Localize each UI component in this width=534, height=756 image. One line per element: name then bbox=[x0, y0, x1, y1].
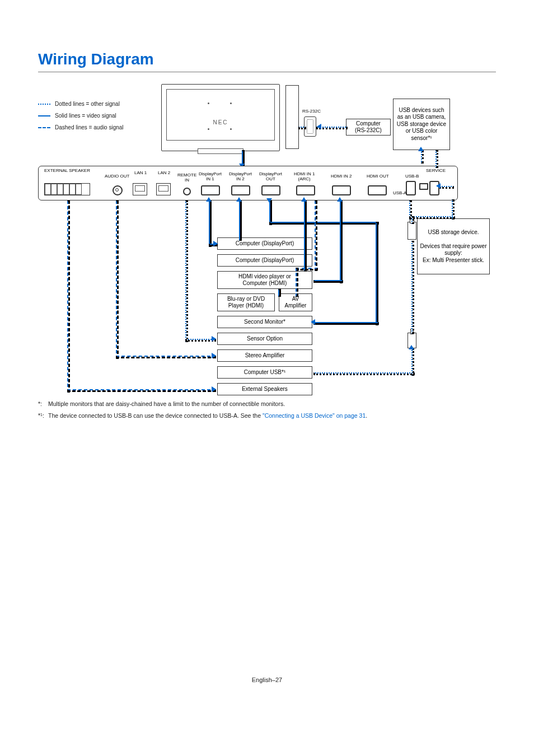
footnote-1: Multiple monitors that are daisy-chained… bbox=[48, 399, 285, 409]
line bbox=[239, 200, 242, 241]
computer-displayport-2-box: Computer (DisplayPort) bbox=[217, 254, 312, 267]
line bbox=[269, 222, 379, 225]
port-label-usb-a: USB-A bbox=[393, 191, 406, 196]
line bbox=[185, 200, 188, 342]
port-label-hdmi-in2: HDMI IN 2 bbox=[331, 174, 352, 179]
arrow bbox=[418, 147, 424, 151]
sensor-option-box: Sensor Option bbox=[217, 333, 312, 345]
page-title: Wiring Diagram bbox=[38, 50, 154, 68]
page-footer: English–27 bbox=[0, 676, 534, 683]
terminal-panel: EXTERNAL SPEAKER AUDIO OUT LAN 1 LAN 2 R… bbox=[38, 166, 458, 200]
port-label-hdmi-in1: HDMI IN 1 (ARC) bbox=[294, 172, 315, 182]
line bbox=[409, 216, 455, 219]
port-label-lan2: LAN 2 bbox=[158, 171, 170, 176]
arrow bbox=[212, 353, 216, 358]
arrow bbox=[337, 197, 343, 202]
arrow bbox=[301, 197, 307, 202]
footnote-2-text-b: . bbox=[366, 412, 367, 419]
monitor-logo: NEC bbox=[213, 119, 228, 125]
port-remote-in bbox=[183, 188, 191, 195]
second-monitor-box: Second Monitor* bbox=[217, 316, 312, 328]
port-audio-out bbox=[113, 185, 123, 195]
port-hdmi-in2 bbox=[332, 185, 351, 195]
legend-dashed: Dashed lines = audio signal bbox=[55, 124, 124, 130]
port-service bbox=[419, 183, 428, 190]
line bbox=[435, 150, 438, 168]
footnote-2: The device connected to USB-B can use th… bbox=[48, 411, 367, 421]
port-label-remote-in: REMOTE IN bbox=[177, 173, 196, 183]
footnote-2-text-a: The device connected to USB-B can use th… bbox=[48, 412, 263, 419]
line bbox=[439, 186, 454, 189]
port-lan1 bbox=[133, 183, 147, 195]
port-dp-in1 bbox=[201, 185, 220, 195]
line bbox=[313, 322, 379, 325]
arrow bbox=[212, 336, 216, 342]
line bbox=[304, 200, 307, 271]
footnote-mark-2: *1: bbox=[38, 411, 48, 421]
port-label-usb-b: USB-B bbox=[405, 174, 419, 179]
line bbox=[298, 127, 306, 129]
arrow bbox=[436, 183, 441, 189]
stereo-amplifier-box: Stereo Amplifier bbox=[217, 349, 312, 362]
port-dp-out bbox=[261, 185, 280, 195]
arrow bbox=[213, 241, 218, 246]
line bbox=[315, 200, 317, 271]
line bbox=[296, 268, 298, 297]
port-hdmi-in1 bbox=[296, 185, 315, 195]
port-lan2 bbox=[156, 183, 171, 195]
arrow bbox=[212, 386, 216, 392]
legend-swatch-dotted bbox=[38, 104, 50, 105]
legend: Dotted lines = other signal Solid lines … bbox=[38, 95, 150, 136]
line bbox=[67, 389, 216, 392]
port-label-dp-out: DisplayPort OUT bbox=[259, 172, 282, 182]
line bbox=[67, 200, 70, 393]
rs232c-port-label: RS-232C bbox=[302, 109, 321, 114]
line bbox=[452, 199, 455, 220]
computer-rs232c-box: Computer (RS-232C) bbox=[346, 119, 391, 136]
port-label-audio-out: AUDIO OUT bbox=[105, 174, 129, 179]
arrow bbox=[206, 197, 212, 202]
arrow bbox=[317, 124, 321, 129]
line bbox=[116, 200, 119, 359]
computer-usb-box: Computer USB*¹ bbox=[217, 366, 312, 379]
port-hdmi-out bbox=[368, 185, 387, 195]
port-label-lan1: LAN 1 bbox=[134, 171, 147, 176]
monitor-front-illustration: NEC bbox=[161, 84, 280, 151]
usb-storage-box: USB storage device. Devices that require… bbox=[417, 218, 490, 274]
line bbox=[116, 356, 216, 358]
legend-swatch-dashed bbox=[38, 127, 50, 128]
port-usb-b bbox=[406, 181, 416, 195]
footnote-2-link[interactable]: "Connecting a USB Device" on page 31 bbox=[263, 412, 366, 419]
line bbox=[411, 216, 414, 224]
computer-displayport-1-box: Computer (DisplayPort) bbox=[217, 237, 312, 250]
title-divider bbox=[38, 72, 496, 72]
line bbox=[296, 268, 318, 270]
legend-swatch-solid bbox=[38, 115, 50, 116]
legend-dotted: Dotted lines = other signal bbox=[55, 101, 120, 107]
bluray-dvd-player-box: Blu-ray or DVD Player (HDMI) bbox=[217, 293, 275, 311]
port-label-service: SERVICE bbox=[426, 169, 446, 174]
external-speakers-box: External Speakers bbox=[217, 383, 312, 395]
port-label-dp-in1: DisplayPort IN 1 bbox=[199, 172, 222, 182]
line bbox=[278, 289, 281, 297]
usb-stick-icon bbox=[407, 222, 416, 240]
line bbox=[411, 241, 414, 334]
arrow bbox=[236, 197, 242, 202]
port-dp-in2 bbox=[231, 185, 250, 195]
option-slot-illustration bbox=[285, 85, 299, 149]
line bbox=[411, 348, 414, 376]
legend-solid: Solid lines = video signal bbox=[55, 113, 116, 119]
line bbox=[340, 200, 343, 283]
footnote-mark-1: *: bbox=[38, 399, 48, 409]
line bbox=[313, 372, 415, 375]
arrow bbox=[266, 198, 272, 203]
port-label-external-speaker: EXTERNAL SPEAKER bbox=[44, 169, 90, 174]
usb-devices-box: USB devices such as an USB camera, USB s… bbox=[393, 99, 450, 150]
port-label-hdmi-out: HDMI OUT bbox=[367, 174, 389, 179]
line bbox=[421, 150, 424, 164]
line bbox=[313, 280, 343, 283]
port-external-speaker bbox=[44, 183, 90, 195]
port-label-dp-in2: DisplayPort IN 2 bbox=[229, 172, 252, 182]
line bbox=[376, 222, 378, 325]
arrow bbox=[409, 345, 414, 349]
